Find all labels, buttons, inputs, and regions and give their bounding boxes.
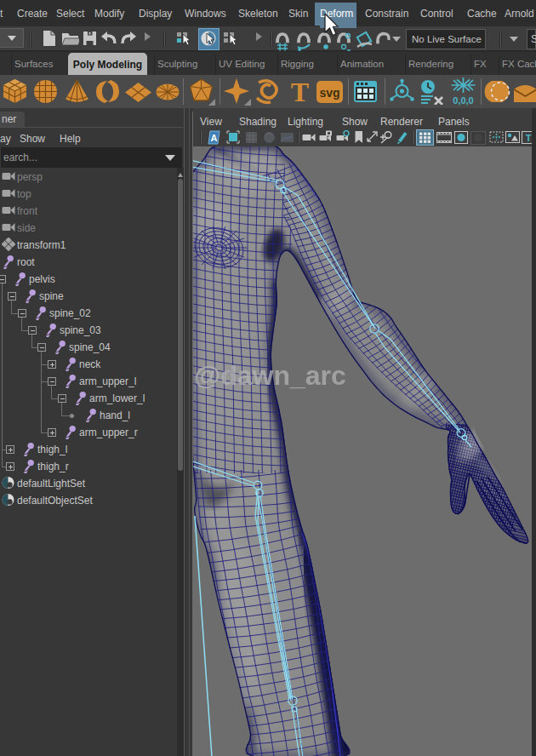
svg-text:A: A [211, 133, 218, 143]
svg-text:0,0,0: 0,0,0 [453, 95, 473, 106]
svg-text:T: T [291, 78, 309, 105]
svg-text:@dawn_arc: @dawn_arc [194, 360, 346, 391]
svg-text:T: T [526, 133, 532, 143]
svg-text:svg: svg [319, 86, 339, 100]
